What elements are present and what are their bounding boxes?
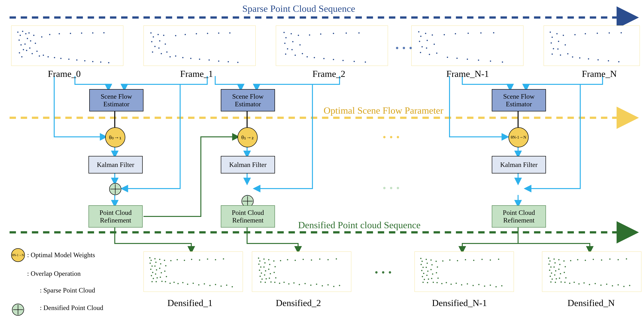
svg-point-287	[473, 260, 474, 261]
svg-point-142	[608, 60, 609, 61]
svg-point-249	[423, 273, 424, 274]
svg-point-278	[478, 284, 480, 285]
svg-point-150	[150, 260, 152, 261]
svg-point-288	[482, 259, 483, 260]
svg-point-121	[444, 34, 445, 35]
svg-point-30	[32, 53, 33, 54]
svg-point-323	[594, 283, 596, 284]
svg-point-210	[264, 274, 265, 276]
svg-point-191	[184, 260, 185, 261]
svg-point-37	[54, 57, 55, 58]
svg-point-178	[178, 283, 179, 284]
svg-point-19	[20, 44, 22, 45]
svg-point-279	[484, 286, 485, 287]
frame-0-thumbnail	[11, 25, 124, 66]
svg-point-300	[554, 258, 555, 260]
kalman-filter-2: Kalman Filter	[221, 156, 275, 173]
svg-point-83	[285, 53, 286, 55]
svg-point-277	[472, 285, 474, 286]
svg-point-257	[426, 275, 428, 276]
svg-point-284	[449, 259, 450, 261]
svg-point-34	[39, 55, 40, 57]
svg-point-84	[290, 33, 292, 34]
svg-point-201	[259, 270, 260, 271]
svg-point-187	[226, 285, 227, 286]
refinement-2: Point Cloud Refinement	[221, 205, 275, 228]
svg-point-109	[426, 40, 428, 41]
svg-point-316	[565, 277, 566, 279]
svg-point-53	[153, 36, 154, 37]
svg-point-146	[597, 33, 598, 34]
svg-point-116	[456, 58, 458, 59]
svg-point-266	[436, 261, 437, 262]
svg-point-64	[170, 56, 171, 57]
svg-point-280	[490, 285, 491, 286]
svg-point-296	[551, 272, 552, 274]
svg-point-18	[18, 39, 20, 41]
svg-point-55	[154, 46, 156, 47]
svg-point-225	[284, 282, 285, 283]
legend-theta-icon-label: θN-1→N	[12, 253, 24, 257]
svg-point-170	[161, 281, 162, 282]
svg-point-79	[284, 32, 285, 33]
svg-point-271	[441, 283, 442, 284]
svg-point-308	[559, 264, 560, 265]
svg-point-175	[165, 281, 166, 282]
svg-point-245	[422, 261, 423, 262]
svg-point-315	[564, 272, 565, 273]
svg-point-89	[299, 44, 301, 45]
svg-point-317	[564, 282, 566, 283]
svg-point-318	[569, 283, 570, 284]
svg-point-88	[298, 35, 299, 36]
svg-point-270	[436, 282, 438, 283]
svg-point-77	[218, 32, 219, 34]
svg-point-206	[263, 258, 264, 260]
svg-point-238	[294, 260, 296, 261]
svg-point-307	[558, 259, 560, 260]
svg-point-237	[287, 259, 288, 260]
svg-point-260	[430, 259, 432, 261]
svg-point-27	[28, 32, 30, 34]
svg-point-189	[170, 260, 172, 261]
svg-point-194	[207, 258, 208, 260]
svg-point-21	[19, 52, 20, 53]
svg-point-24	[24, 43, 26, 45]
svg-point-157	[152, 281, 153, 282]
svg-point-192	[191, 259, 192, 260]
svg-point-141	[598, 59, 599, 60]
svg-point-262	[430, 269, 432, 270]
svg-point-297	[550, 276, 551, 277]
svg-point-282	[501, 285, 502, 287]
svg-point-232	[322, 285, 323, 287]
svg-point-70	[218, 60, 219, 62]
svg-point-230	[310, 285, 312, 286]
svg-point-145	[585, 33, 586, 34]
svg-point-223	[274, 282, 276, 283]
svg-point-227	[293, 282, 294, 284]
legend-oplus-icon	[12, 304, 24, 316]
svg-point-129	[553, 48, 554, 49]
svg-point-231	[316, 284, 317, 285]
svg-point-239	[302, 259, 304, 260]
svg-point-151	[150, 263, 151, 264]
svg-point-99	[320, 33, 321, 35]
svg-point-138	[572, 56, 573, 58]
svg-point-132	[558, 41, 559, 42]
svg-point-184	[209, 285, 210, 286]
svg-point-68	[199, 59, 200, 60]
svg-point-182	[198, 284, 200, 286]
svg-point-258	[428, 279, 429, 280]
svg-point-72	[237, 62, 238, 63]
svg-point-321	[584, 282, 585, 284]
svg-point-193	[199, 259, 200, 261]
svg-point-103	[418, 31, 420, 32]
svg-point-133	[557, 48, 558, 50]
svg-point-139	[579, 57, 580, 59]
svg-point-126	[550, 31, 551, 33]
svg-point-328	[623, 286, 624, 287]
svg-point-26	[21, 56, 22, 57]
svg-point-177	[174, 282, 175, 283]
svg-point-221	[274, 272, 275, 273]
svg-point-291	[548, 258, 549, 259]
svg-point-96	[354, 61, 355, 62]
